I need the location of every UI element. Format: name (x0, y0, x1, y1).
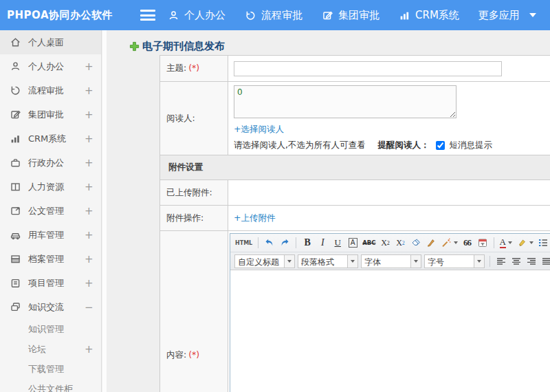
operation-label: 附件操作: (160, 206, 228, 231)
nav-more-apps[interactable]: 更多应用 (478, 9, 520, 22)
caret-down-icon[interactable] (529, 13, 536, 17)
underline-button[interactable]: U (331, 236, 344, 250)
upload-attachment-link[interactable]: +上传附件 (234, 213, 275, 223)
expand-plus[interactable]: + (85, 181, 93, 193)
user-icon (10, 61, 21, 72)
html-source-button[interactable]: HTML (234, 236, 254, 250)
editor-toolbar: HTML B I U (230, 234, 550, 270)
sidebar-item-human-resources[interactable]: 人力资源 + (0, 175, 101, 199)
expand-plus[interactable]: + (85, 205, 93, 217)
superscript-button[interactable]: X2 (379, 236, 393, 250)
redo-button[interactable] (278, 236, 292, 250)
sms-remind-checkbox[interactable] (436, 141, 445, 150)
align-right-icon (526, 256, 537, 267)
nav-group-approval[interactable]: 集团审批 (322, 9, 380, 22)
app-logo: PHPOA协同办公软件 (0, 9, 132, 22)
nav-personal-office[interactable]: 个人办公 (168, 9, 226, 22)
content-label-cell: 内容:(*) (160, 231, 228, 392)
expand-plus[interactable]: + (85, 109, 93, 121)
content-label: 内容: (166, 349, 186, 360)
sidebar-item-project-management[interactable]: 项目管理 + (0, 271, 101, 295)
expand-plus[interactable]: + (85, 229, 93, 241)
align-right-button[interactable] (525, 254, 538, 268)
subscript-button[interactable]: X2 (394, 236, 408, 250)
caret-down-icon (474, 255, 484, 268)
italic-button[interactable]: I (316, 236, 329, 250)
sidebar-subitem-public-file-cabinet[interactable]: 公共文件柜 (0, 379, 101, 392)
sidebar-item-vehicle-management[interactable]: 用车管理 + (0, 223, 101, 247)
caret-down-icon (508, 241, 512, 244)
history-icon (10, 85, 21, 96)
justify-button[interactable] (540, 254, 550, 268)
undo-button[interactable] (263, 236, 276, 250)
align-left-button[interactable] (494, 254, 508, 268)
uploaded-label: 已上传附件: (160, 180, 228, 206)
highlight-color-button[interactable] (515, 236, 535, 250)
home-icon (10, 36, 21, 48)
editor-content[interactable] (230, 270, 550, 392)
archive-icon (10, 253, 21, 265)
bold-button[interactable]: B (300, 236, 314, 250)
menu-icon[interactable] (140, 10, 155, 21)
align-center-button[interactable] (509, 254, 523, 268)
readers-textarea[interactable]: 0 (234, 85, 456, 118)
ordered-list-button[interactable] (536, 236, 550, 250)
auto-typeset-button[interactable] (439, 236, 459, 250)
strikethrough-button[interactable]: ABC (361, 236, 377, 250)
expand-plus[interactable]: + (85, 157, 93, 169)
subject-row: 主题:(*) (160, 56, 550, 82)
sidebar-subitem-download-management[interactable]: 下载管理 (0, 359, 101, 379)
format-painter-button[interactable] (424, 236, 438, 250)
expand-plus[interactable]: + (85, 61, 93, 73)
font-color-button[interactable]: A (498, 236, 514, 250)
nav-label: 流程审批 (261, 9, 302, 22)
main-content: 电子期刊信息发布 主题:(*) 阅读人: 0 +选择阅读人 (107, 30, 550, 392)
sidebar-item-workflow-approval[interactable]: 流程审批 + (0, 78, 101, 102)
green-plus-icon (129, 41, 140, 52)
calendar-icon (477, 237, 488, 248)
sidebar-item-personal-office[interactable]: 个人办公 + (0, 54, 101, 78)
expand-plus[interactable]: + (85, 133, 93, 145)
paragraph-format-select[interactable]: 段落格式 (298, 254, 358, 268)
history-icon (245, 10, 256, 21)
expand-plus[interactable]: + (85, 85, 93, 97)
blockquote-button[interactable]: 66 (461, 236, 474, 250)
align-left-icon (496, 256, 507, 267)
sidebar-item-personal-desktop[interactable]: 个人桌面 (0, 30, 101, 54)
subject-input[interactable] (234, 61, 502, 76)
sidebar-item-group-approval[interactable]: 集团审批 + (0, 102, 101, 127)
uploaded-attachments-row: 已上传附件: (160, 180, 550, 206)
uploaded-attachments-value (228, 180, 550, 206)
custom-title-select[interactable]: 自定义标题 (234, 254, 295, 268)
clipboard-icon (10, 277, 21, 289)
remove-format-button[interactable] (409, 236, 423, 250)
expand-minus[interactable]: − (85, 301, 93, 314)
sidebar-item-crm-system[interactable]: CRM系统 + (0, 127, 101, 151)
readers-label: 阅读人: (166, 113, 195, 123)
sidebar-item-archive-management[interactable]: 档案管理 + (0, 247, 101, 271)
select-readers-link[interactable]: +选择阅读人 (234, 124, 550, 135)
page-title: 电子期刊信息发布 (142, 40, 225, 53)
insert-date-button[interactable] (476, 236, 490, 250)
expand-plus[interactable]: + (85, 343, 93, 356)
sidebar-item-official-documents[interactable]: 公文管理 + (0, 199, 101, 223)
expand-plus[interactable]: + (85, 253, 93, 265)
font-family-select[interactable]: 字体 (361, 254, 421, 268)
redo-icon (279, 237, 290, 248)
sidebar-item-knowledge-exchange[interactable]: 知识交流 − (0, 295, 101, 319)
rich-text-editor: HTML B I U (230, 233, 550, 392)
sidebar: 个人桌面 个人办公 + 流程审批 + 集团审批 + (0, 30, 102, 392)
nav-workflow-approval[interactable]: 流程审批 (245, 9, 302, 22)
sidebar-subitem-forum[interactable]: 论坛 + (0, 339, 101, 359)
font-size-select[interactable]: 字号 (424, 254, 485, 268)
content-row: 内容:(*) HTML (160, 231, 550, 392)
sidebar-item-administration[interactable]: 行政办公 + (0, 151, 101, 175)
font-border-button[interactable]: A (349, 238, 358, 248)
caret-down-icon (454, 241, 458, 244)
eraser-icon (410, 237, 421, 248)
sidebar-subitem-knowledge-management[interactable]: 知识管理 (0, 319, 101, 339)
expand-plus[interactable]: + (85, 277, 93, 290)
edit-icon (322, 10, 333, 21)
nav-crm-system[interactable]: CRM系统 (399, 9, 459, 22)
attachment-section-row: 附件设置 (160, 155, 550, 180)
